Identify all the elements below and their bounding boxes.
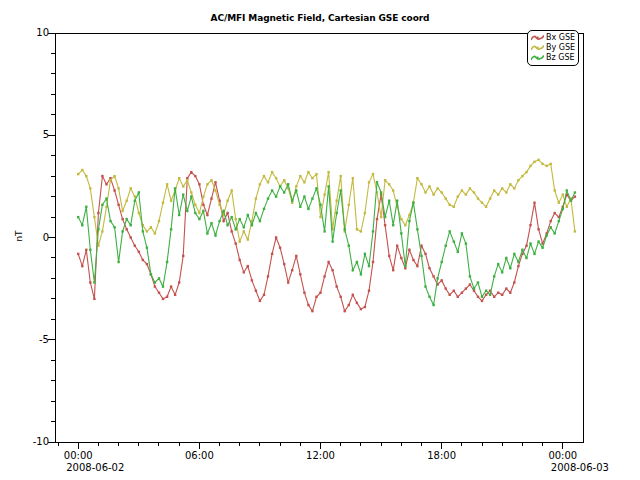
y-tick-label: -5: [0, 334, 49, 346]
y-tick-label: 0: [0, 232, 49, 244]
series-bx-gse: [77, 171, 576, 312]
legend-label-bx: Bx GSE: [546, 33, 575, 43]
by-line-icon: [531, 44, 544, 52]
x-date-label: 2008-06-02: [66, 462, 146, 474]
y-tick-label: 5: [0, 129, 49, 141]
x-tick-label: 06:00: [169, 450, 229, 462]
y-tick-label: 10: [0, 27, 49, 39]
plot-area: [0, 0, 640, 480]
x-tick-label: 00:00: [48, 450, 108, 462]
chart-window: AC/MFI Magnetic Field, Cartesian GSE coo…: [0, 0, 640, 480]
x-tick-label: 18:00: [412, 450, 472, 462]
bz-line-icon: [531, 54, 544, 62]
x-tick-label: 12:00: [291, 450, 351, 462]
y-tick-label: -10: [0, 436, 49, 448]
legend-entry-bz: Bz GSE: [531, 53, 575, 63]
legend-entry-bx: Bx GSE: [531, 33, 575, 43]
series-bz-gse: [77, 181, 576, 306]
legend-box: Bx GSE By GSE Bz GSE: [527, 30, 579, 66]
bx-line-icon: [531, 34, 544, 42]
plot-frame: [55, 33, 583, 442]
legend-entry-by: By GSE: [531, 43, 575, 53]
legend-label-by: By GSE: [546, 43, 575, 53]
x-date-label: 2008-06-03: [551, 462, 631, 474]
series-by-gse: [77, 159, 576, 247]
legend-label-bz: Bz GSE: [546, 53, 575, 63]
x-tick-label: 00:00: [533, 450, 593, 462]
